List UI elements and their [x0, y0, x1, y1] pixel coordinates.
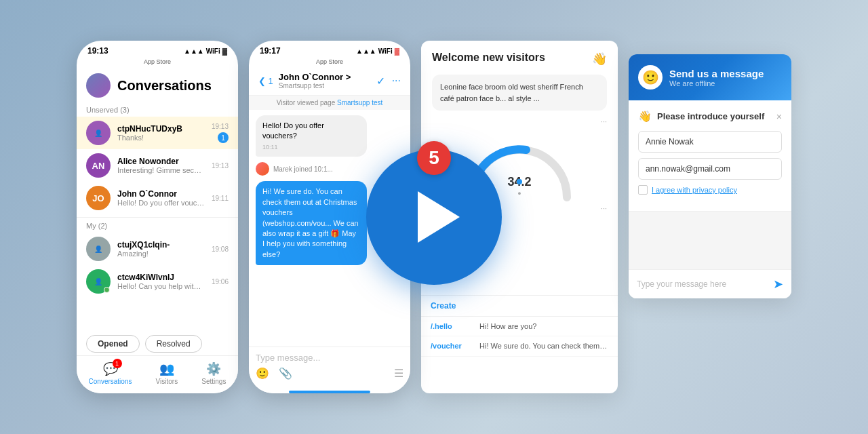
wave-icon: 👋 [592, 52, 607, 66]
canned-item-2[interactable]: /voucher Hi! We sure do. You can check t… [421, 336, 618, 357]
chat-contact-sub: Smartsupp test [279, 82, 351, 90]
conv-item-2[interactable]: AN Alice Nowonder Interesting! Gimme sec… [77, 149, 238, 182]
widget-agent-avatar: 🙂 [638, 65, 663, 90]
welcome-title: Welcome new visitors [432, 52, 545, 64]
play-button[interactable]: 5 [366, 149, 502, 285]
email-field[interactable]: ann.nowak@gmail.com [638, 158, 782, 180]
chat-input-area: Type message... 🙂 📎 ☰ [249, 347, 410, 393]
welcome-msg-text: Leonine face broom old west sheriff Fren… [440, 83, 583, 102]
chat-send-icon[interactable]: ☰ [394, 367, 403, 380]
welcome-header: Welcome new visitors 👋 [432, 52, 607, 66]
resolved-tab[interactable]: Resolved [145, 335, 202, 353]
status-icons-2: ▲▲▲ WiFi ▓ [356, 47, 399, 55]
signal-icon-2: ▲▲▲ [356, 47, 376, 55]
conv-avatar-5: 👤 [86, 269, 111, 294]
chat-input-icons: 🙂 📎 ☰ [256, 367, 403, 380]
wifi-icon: WiFi [206, 47, 220, 55]
name-field[interactable]: Annie Nowak [638, 131, 782, 153]
conv-item-active[interactable]: 👤 ctpNHucTUDxyB Thanks! 19:13 1 [77, 117, 238, 149]
joined-text: Marek joined 10:1... [273, 165, 333, 173]
welcome-message: Leonine face broom old west sheriff Fren… [432, 75, 607, 111]
chat-actions: ✓ ··· [376, 75, 401, 87]
conversations-header: Conversations [77, 68, 238, 104]
canned-item-1[interactable]: /.hello Hi! How are you? [421, 317, 618, 336]
conv-msg-1: Thanks! [117, 134, 205, 142]
conv-item-3[interactable]: JO John O`Connor Hello! Do you offer vou… [77, 182, 238, 214]
conv-time-1: 19:13 [212, 123, 229, 130]
play-overlay: 5 [366, 149, 502, 285]
intro-header: 👋 Please introduce yourself × [638, 110, 782, 123]
chat-contact-name: John O`Connor > [279, 72, 351, 82]
user-avatar [86, 73, 111, 98]
attachment-icon[interactable]: 📎 [279, 367, 292, 380]
time-2: 19:17 [260, 46, 281, 56]
conv-name-4: ctujXQ1clqin- [117, 240, 205, 250]
privacy-row: I agree with privacy policy [638, 185, 782, 195]
agent-avatar-small [256, 162, 269, 176]
privacy-label[interactable]: I agree with privacy policy [652, 186, 737, 194]
opened-tab[interactable]: Opened [86, 335, 140, 353]
privacy-checkbox[interactable] [638, 185, 648, 195]
more-icon[interactable]: ··· [392, 75, 401, 87]
widget-header-text: Send us a message We are offline [669, 68, 764, 87]
check-icon[interactable]: ✓ [376, 75, 385, 87]
create-label[interactable]: Create [431, 301, 456, 311]
intro-form: 👋 Please introduce yourself × Annie Nowa… [629, 100, 791, 212]
svg-text:●: ● [517, 190, 521, 197]
conv-msg-3: Hello! Do you offer vouchers? [117, 199, 205, 207]
widget-send-button[interactable]: ➤ [773, 277, 783, 292]
intro-title: Please introduce yourself [657, 111, 764, 121]
tab-settings-label: Settings [201, 378, 226, 385]
conv-avatar-2: AN [86, 153, 111, 178]
conv-msg-4: Amazing! [117, 250, 205, 258]
time-1: 19:13 [87, 46, 108, 56]
wave-emoji: 👋 [638, 110, 652, 123]
conv-time-5: 19:06 [212, 278, 229, 285]
visitor-page-link[interactable]: Smartsupp test [337, 99, 382, 106]
conv-name-3: John O`Connor [117, 189, 205, 199]
conv-name-1: ctpNHucTUDxyB [117, 124, 205, 134]
conv-msg-2: Interesting! Gimme second [117, 166, 205, 174]
panel-chat-widget: 🙂 Send us a message We are offline 👋 Ple… [629, 54, 791, 298]
conv-item-4[interactable]: 👤 ctujXQ1clqin- Amazing! 19:08 [77, 233, 238, 265]
close-button[interactable]: × [776, 111, 782, 122]
canned-text-1: Hi! How are you? [479, 322, 608, 330]
home-indicator [289, 391, 370, 393]
conv-info-4: ctujXQ1clqin- Amazing! [117, 240, 205, 258]
emoji-icon[interactable]: 🙂 [256, 367, 269, 380]
conv-info-2: Alice Nowonder Interesting! Gimme second [117, 157, 205, 174]
chat-header-row: ❮ 1 John O`Connor > Smartsupp test ✓ ··· [258, 72, 401, 90]
message-options[interactable]: ··· [601, 117, 607, 125]
tab-visitors[interactable]: 👥 Visitors [156, 361, 178, 385]
status-bar-2: 19:17 ▲▲▲ WiFi ▓ [249, 41, 410, 58]
phone-conversations: 19:13 ▲▲▲ WiFi ▓ App Store Conversations… [77, 41, 238, 393]
unserved-label: Unserved (3) [77, 104, 238, 117]
wifi-icon-2: WiFi [378, 47, 393, 55]
conv-time-3: 19:11 [212, 195, 229, 202]
chat-contact-info: John O`Connor > Smartsupp test [279, 72, 351, 90]
back-button[interactable]: ❮ 1 [258, 76, 273, 86]
canned-cmd-2: /voucher [431, 342, 471, 350]
battery-red-icon: ▓ [395, 47, 399, 55]
status-icons-1: ▲▲▲ WiFi ▓ [184, 47, 227, 55]
conversations-badge: 1 [113, 359, 122, 368]
app-store-label-1: App Store [77, 58, 238, 68]
conv-msg-5: Hello! Can you help with something? [117, 282, 205, 290]
conv-avatar-4: 👤 [86, 237, 111, 261]
message-input-placeholder[interactable]: Type message... [256, 353, 403, 363]
message-agent-1: Hi! We sure do. You can check them out a… [256, 181, 367, 265]
my-label: My (2) [77, 220, 238, 233]
msg-time-1: 10:11 [262, 143, 360, 152]
visitor-info-bar: Visitor viewed page Smartsupp test [249, 96, 410, 110]
conv-item-5[interactable]: 👤 ctcw4KiWlvnlJ Hello! Can you help with… [77, 265, 238, 298]
conv-avatar-1: 👤 [86, 121, 111, 145]
tab-settings[interactable]: ⚙️ Settings [201, 361, 226, 385]
widget-message-input: Type your message here ➤ [629, 269, 791, 298]
visitors-icon: 👥 [159, 361, 174, 376]
conv-name-2: Alice Nowonder [117, 157, 205, 166]
bottom-tab-bar: 💬 1 Conversations 👥 Visitors ⚙️ Settings [77, 355, 238, 393]
conversations-icon: 💬 1 [103, 361, 118, 376]
widget-input-placeholder[interactable]: Type your message here [637, 279, 726, 289]
settings-icon: ⚙️ [206, 361, 221, 376]
tab-conversations[interactable]: 💬 1 Conversations [89, 361, 132, 385]
